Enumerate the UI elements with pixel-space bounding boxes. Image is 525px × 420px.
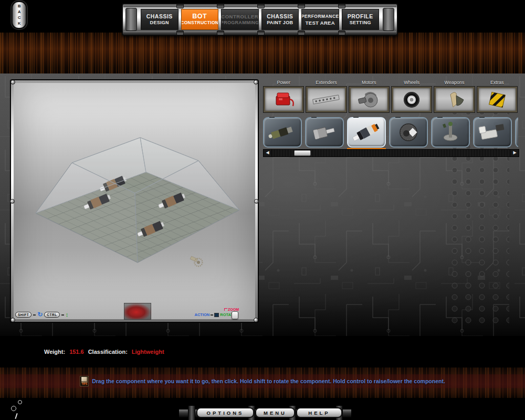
scroll-track[interactable]	[271, 150, 511, 156]
category-icon-frame	[477, 87, 517, 112]
frame-screw	[254, 318, 258, 322]
part-tile[interactable]	[473, 117, 512, 148]
scroll-left-arrow[interactable]: ◀	[264, 150, 271, 156]
back-button[interactable]: BACK	[12, 1, 27, 29]
category-extenders[interactable]: Extenders	[305, 80, 347, 112]
status-bar: Weight: 151.6 Classification: Lightweigh…	[44, 349, 164, 355]
category-extras[interactable]: Extras	[476, 80, 518, 112]
hint-text: Drag the component where you want it to …	[92, 378, 445, 384]
part-motor-olive-icon	[267, 121, 298, 144]
divider	[61, 314, 64, 316]
nav-clamp	[217, 30, 224, 35]
bracket-icon	[224, 308, 227, 311]
extenders-icon	[309, 89, 343, 110]
tab-bot-construction[interactable]: BOT CONSTRUCTION	[181, 9, 219, 30]
decorative-slash	[15, 413, 17, 419]
tips-icon: TIPS	[80, 376, 89, 386]
main-nav-bar: CHASSIS DESIGN BOT CONSTRUCTION CONTROLL…	[122, 3, 398, 36]
dragged-gear-component	[188, 255, 204, 268]
part-tile[interactable]	[515, 117, 518, 148]
part-vertical-spinner-icon	[435, 121, 466, 144]
category-icon-frame	[264, 87, 303, 112]
zoom-label: ZOOM	[228, 308, 239, 311]
raise-lower-arrow-icon: ↕	[66, 312, 69, 318]
weight-label: Weight:	[44, 349, 65, 355]
tab-chassis-paint-job[interactable]: CHASSIS PAINT JOB	[261, 9, 299, 30]
component-categories: Power Extenders Motors	[262, 80, 518, 112]
help-button[interactable]: HELP	[296, 407, 342, 418]
frame-screw	[10, 80, 15, 85]
motors-icon	[352, 89, 386, 110]
tab-label: CONSTRUCTION	[181, 20, 219, 26]
zoom-slider-knob[interactable]	[232, 311, 238, 319]
parts-tray	[263, 117, 518, 150]
category-icon-frame	[349, 87, 389, 112]
action-indicator-icon	[214, 313, 219, 317]
category-label: Extenders	[305, 80, 347, 87]
decorative-circle	[11, 406, 16, 411]
wheels-icon	[395, 89, 428, 110]
frame-screw	[254, 80, 258, 85]
scroll-handle[interactable]	[294, 150, 311, 156]
category-icon-frame	[392, 87, 432, 112]
category-wheels[interactable]: Wheels	[391, 80, 433, 112]
scroll-right-arrow[interactable]: ▶	[511, 150, 519, 156]
nav-clamp	[176, 30, 184, 35]
weapons-icon	[437, 89, 471, 110]
category-label: Weapons	[433, 80, 475, 87]
tab-profile-setting[interactable]: PROFILE SETTING	[342, 9, 380, 30]
menu-button[interactable]: MENU	[255, 407, 295, 418]
tab-label: PROGRAMMING	[221, 20, 259, 26]
category-icon-frame	[434, 87, 474, 112]
part-tile[interactable]	[431, 117, 470, 148]
nav-clamp	[257, 30, 265, 35]
tab-chassis-design[interactable]: CHASSIS DESIGN	[141, 9, 178, 30]
action-label: ACTION	[195, 312, 210, 317]
nav-clamp	[257, 4, 265, 8]
part-tile[interactable]	[263, 117, 302, 148]
category-weapons[interactable]: Weapons	[433, 80, 475, 112]
zoom-label-group: ZOOM	[224, 308, 239, 311]
component-preview-thumbnail	[124, 303, 151, 320]
viewport-canvas[interactable]: SHIFT ↻ CTRL ↕ ZOOM ACTION ROTATE	[14, 83, 255, 319]
tab-label: BOT	[192, 13, 207, 20]
tab-label: CHASSIS	[146, 13, 173, 20]
category-label: Motors	[348, 80, 390, 87]
build-viewport[interactable]: SHIFT ↻ CTRL ↕ ZOOM ACTION ROTATE	[10, 80, 258, 322]
tab-label: PAINT JOB	[267, 20, 293, 26]
bot-construction-screen: { "back_button": {"label": "BACK"}, "nav…	[0, 0, 525, 420]
category-label: Wheels	[391, 80, 433, 87]
tab-label: SETTING	[350, 20, 371, 26]
hint-bar: TIPS Drag the component where you want i…	[0, 376, 525, 386]
classification-label: Classification:	[88, 349, 128, 355]
shift-key-badge: SHIFT	[15, 312, 32, 318]
nav-clamp	[176, 4, 184, 8]
chassis-wireframe	[36, 138, 239, 262]
category-motors[interactable]: Motors	[348, 80, 390, 112]
power-icon	[267, 89, 300, 110]
top-texture-band	[0, 33, 525, 74]
part-bracket-icon	[477, 121, 508, 144]
nav-clamp	[338, 4, 345, 8]
divider	[33, 314, 36, 316]
options-button[interactable]: OPTIONS	[196, 407, 254, 418]
tab-label: PROFILE	[348, 13, 373, 20]
frame-screw	[10, 318, 15, 322]
tab-label: CONTROLLER	[221, 13, 258, 20]
rotate-arrow-icon: ↻	[37, 312, 43, 318]
footer-button-bar: OPTIONS MENU HELP	[188, 405, 342, 420]
nav-clamp	[338, 30, 345, 35]
tab-controller-programming[interactable]: CONTROLLER PROGRAMMING	[221, 9, 259, 30]
category-power[interactable]: Power	[262, 80, 304, 112]
part-tile[interactable]	[305, 117, 344, 148]
tab-performance-test-area[interactable]: PERFORMANCE TEST AREA	[301, 9, 339, 30]
part-tile[interactable]	[347, 117, 386, 148]
nav-end-cap-left	[125, 8, 137, 31]
nav-clamp	[217, 4, 224, 8]
tab-label: TEST AREA	[306, 20, 335, 26]
ctrl-key-badge: CTRL	[44, 312, 59, 318]
decorative-circle	[18, 400, 22, 404]
part-tile[interactable]	[389, 117, 428, 148]
nav-end-cap-right	[383, 8, 394, 31]
weight-value: 151.6	[69, 349, 84, 355]
